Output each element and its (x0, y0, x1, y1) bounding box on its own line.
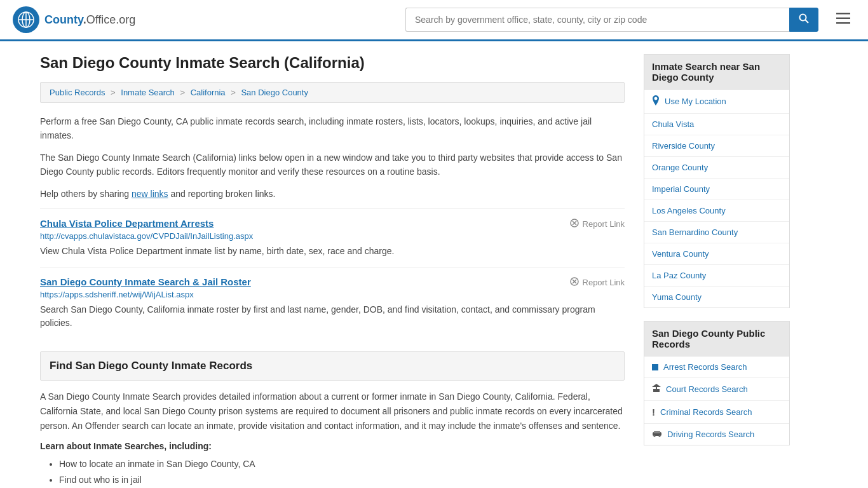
san-bernardino-county-link[interactable]: San Bernardino County (652, 227, 738, 237)
driving-records-link[interactable]: Driving Records Search (667, 430, 754, 439)
svg-rect-7 (836, 18, 850, 20)
arrest-records-link[interactable]: Arrest Records Search (663, 362, 747, 372)
imperial-county-link[interactable]: Imperial County (652, 184, 710, 194)
svg-marker-17 (652, 384, 661, 387)
link-url-1: http://cvapps.chulavistaca.gov/CVPDJail/… (40, 231, 625, 241)
sidebar-item-use-my-location[interactable]: Use My Location (644, 90, 789, 114)
sidebar-item-orange[interactable]: Orange County (644, 157, 789, 179)
find-section-title: Find San Diego County Inmate Records (50, 360, 615, 372)
sidebar-public-records-section: San Diego County Public Records Arrest R… (644, 321, 790, 445)
criminal-records-icon: ! (652, 407, 655, 417)
link-title-2[interactable]: San Diego County Inmate Search & Jail Ro… (40, 276, 251, 287)
breadcrumb: Public Records > Inmate Search > Califor… (40, 82, 625, 103)
svg-point-19 (654, 435, 656, 437)
svg-rect-15 (653, 389, 660, 392)
sidebar: Inmate Search near San Diego County Use … (644, 54, 790, 488)
sidebar-item-court-records[interactable]: Court Records Search (644, 378, 789, 401)
court-records-link[interactable]: Court Records Search (666, 384, 748, 394)
learn-heading: Learn about Inmate Searches, including: (40, 441, 625, 451)
sidebar-item-imperial[interactable]: Imperial County (644, 179, 789, 200)
sidebar-public-records-list: Arrest Records Search Court Records Sear… (644, 356, 790, 445)
search-area (405, 8, 818, 32)
learn-item-1: How to locate an inmate in San Diego Cou… (59, 456, 625, 472)
breadcrumb-sep-2: > (180, 88, 187, 97)
link-title-1[interactable]: Chula Vista Police Department Arrests (40, 218, 214, 229)
description-2: The San Diego County Inmate Search (Cali… (40, 151, 625, 179)
sidebar-item-san-bernardino[interactable]: San Bernardino County (644, 222, 789, 243)
sidebar-item-los-angeles[interactable]: Los Angeles County (644, 200, 789, 222)
sidebar-item-ventura[interactable]: Ventura County (644, 243, 789, 265)
svg-line-5 (806, 20, 809, 24)
arrest-records-icon (652, 364, 658, 370)
menu-button[interactable] (831, 9, 855, 30)
sidebar-item-riverside[interactable]: Riverside County (644, 135, 789, 157)
riverside-county-link[interactable]: Riverside County (652, 141, 715, 151)
report-label-1: Report Link (583, 219, 625, 229)
report-link-1[interactable]: Report Link (569, 218, 625, 230)
body-text: A San Diego County Inmate Search provide… (40, 390, 625, 433)
breadcrumb-california[interactable]: California (191, 88, 226, 97)
svg-rect-16 (656, 387, 657, 389)
search-button[interactable] (789, 8, 818, 32)
sidebar-nearby-list: Use My Location Chula Vista Riverside Co… (644, 89, 790, 308)
breadcrumb-sep-3: > (231, 88, 238, 97)
location-pin-icon (652, 95, 660, 107)
breadcrumb-inmate-search[interactable]: Inmate Search (121, 88, 175, 97)
svg-point-4 (800, 15, 806, 21)
la-paz-county-link[interactable]: La Paz County (652, 271, 706, 280)
svg-rect-6 (836, 13, 850, 15)
logo-text: County.Office.org (44, 13, 135, 27)
page-container: San Diego County Inmate Search (Californ… (21, 41, 847, 488)
ventura-county-link[interactable]: Ventura County (652, 249, 709, 259)
sidebar-nearby-section: Inmate Search near San Diego County Use … (644, 54, 790, 308)
link-entry-2: San Diego County Inmate Search & Jail Ro… (40, 267, 625, 339)
sidebar-item-driving-records[interactable]: Driving Records Search (644, 424, 789, 445)
report-icon-1 (569, 218, 580, 230)
los-angeles-county-link[interactable]: Los Angeles County (652, 206, 726, 215)
find-section: Find San Diego County Inmate Records (40, 351, 625, 381)
logo-icon (13, 6, 39, 33)
court-records-icon (652, 384, 661, 395)
new-links-link[interactable]: new links (132, 189, 168, 199)
link-desc-2: Search San Diego County, California inma… (40, 303, 625, 330)
header: County.Office.org (0, 0, 868, 41)
svg-rect-21 (654, 431, 660, 433)
main-content: San Diego County Inmate Search (Californ… (40, 54, 625, 488)
sidebar-item-yuma[interactable]: Yuma County (644, 287, 789, 308)
link-entry-1: Chula Vista Police Department Arrests Re… (40, 208, 625, 267)
use-my-location-link[interactable]: Use My Location (665, 97, 726, 106)
sidebar-item-criminal-records[interactable]: ! Criminal Records Search (644, 401, 789, 424)
link-url-2: https://apps.sdsheriff.net/wij/WijAList.… (40, 290, 625, 299)
sidebar-item-arrest-records[interactable]: Arrest Records Search (644, 356, 789, 378)
learn-item-2: Find out who is in jail (59, 472, 625, 488)
page-title: San Diego County Inmate Search (Californ… (40, 54, 625, 72)
description-3: Help others by sharing new links and rep… (40, 187, 625, 201)
breadcrumb-public-records[interactable]: Public Records (50, 88, 105, 97)
yuma-county-link[interactable]: Yuma County (652, 292, 702, 302)
report-link-2[interactable]: Report Link (569, 276, 625, 288)
chula-vista-link[interactable]: Chula Vista (652, 119, 694, 129)
svg-point-20 (659, 435, 661, 437)
orange-county-link[interactable]: Orange County (652, 163, 708, 172)
description-1: Perform a free San Diego County, CA publ… (40, 114, 625, 143)
sidebar-item-la-paz[interactable]: La Paz County (644, 265, 789, 287)
driving-records-icon (652, 430, 662, 439)
sidebar-nearby-header: Inmate Search near San Diego County (644, 54, 790, 89)
search-input[interactable] (405, 8, 789, 32)
sidebar-item-chula-vista[interactable]: Chula Vista (644, 114, 789, 135)
learn-list: How to locate an inmate in San Diego Cou… (40, 456, 625, 488)
svg-rect-8 (836, 22, 850, 24)
criminal-records-link[interactable]: Criminal Records Search (660, 407, 752, 417)
link-desc-1: View Chula Vista Police Department inmat… (40, 245, 625, 258)
breadcrumb-sep-1: > (111, 88, 118, 97)
report-icon-2 (569, 276, 580, 288)
sidebar-public-records-header: San Diego County Public Records (644, 321, 790, 356)
breadcrumb-san-diego[interactable]: San Diego County (241, 88, 308, 97)
logo[interactable]: County.Office.org (13, 6, 135, 33)
report-label-2: Report Link (583, 278, 625, 287)
